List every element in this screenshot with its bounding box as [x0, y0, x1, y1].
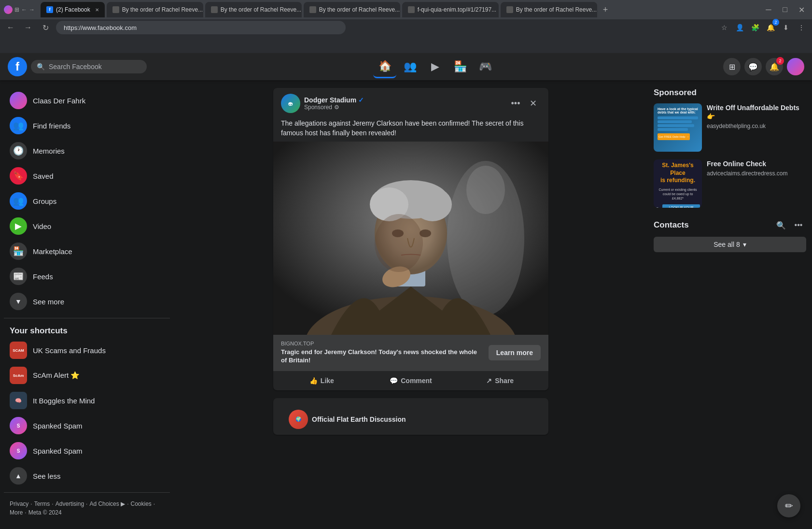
back-button[interactable]: ←	[4, 21, 17, 34]
tab-rachel-1[interactable]: By the order of Rachel Reeve... ✕	[107, 2, 203, 17]
sidebar-item-memories[interactable]: 🕐 Memories	[4, 138, 170, 163]
bookmark-button[interactable]: ☆	[717, 21, 731, 34]
minimize-button[interactable]: ─	[762, 3, 775, 16]
facebook-app: f 🔍 🏠 👥 ▶ 🏪 🎮 ⊞	[0, 53, 812, 529]
nav-center: 🏠 👥 ▶ 🏪 🎮	[147, 55, 723, 78]
sidebar-item-boggles[interactable]: 🧠 It Boggles the Mind	[4, 388, 170, 413]
sidebar-item-saved[interactable]: 🔖 Saved	[4, 163, 170, 188]
post-image-bg	[273, 142, 548, 335]
download-button[interactable]: ⬇	[779, 21, 793, 34]
sidebar-divider-2	[4, 492, 170, 493]
sidebar-item-find-friends[interactable]: 👥 Find friends	[4, 113, 170, 138]
contacts-more-button[interactable]: •••	[791, 217, 806, 233]
sidebar-see-more[interactable]: ▼ See more	[4, 289, 170, 314]
sidebar-item-profile[interactable]: Claas Der Fahrk	[4, 88, 170, 113]
more-browser-button[interactable]: ⋮	[795, 21, 808, 34]
nav-home-button[interactable]: 🏠	[373, 55, 396, 78]
video-icon: ▶	[10, 217, 27, 235]
search-input[interactable]	[49, 63, 136, 71]
footer-privacy[interactable]: Privacy	[10, 500, 28, 507]
tab-rachel-2[interactable]: By the order of Rachel Reeve... ✕	[205, 2, 302, 17]
search-bar[interactable]: 🔍	[31, 60, 147, 73]
sidebar-see-less[interactable]: ▲ See less	[4, 463, 170, 488]
nav-friends-button[interactable]: 👥	[398, 55, 421, 78]
user-avatar[interactable]	[787, 58, 804, 75]
ad-card-check[interactable]: BREAKING NEWS St. James's Placeis refund…	[654, 159, 806, 208]
messenger-button[interactable]: 💬	[744, 58, 762, 75]
post-more-button[interactable]: •••	[508, 96, 523, 111]
sidebar-user-avatar	[10, 92, 27, 109]
sidebar-user-name: Claas Der Fahrk	[33, 97, 85, 105]
see-all-contacts-button[interactable]: See all 8 ▾	[654, 237, 806, 252]
saved-icon: 🔖	[10, 167, 27, 185]
reload-button[interactable]: ↻	[39, 21, 52, 34]
sidebar-item-feeds[interactable]: 📰 Feeds	[4, 264, 170, 289]
home-icon: 🏠	[378, 60, 392, 72]
post-link-preview[interactable]: BIGNOX.TOP Tragic end for Jeremy Clarkso…	[273, 335, 548, 371]
sidebar-scam-alert-label: ScAm Alert ⭐	[33, 371, 80, 380]
footer-advertising[interactable]: Advertising	[56, 500, 84, 507]
sidebar-item-spanked-spam-2[interactable]: S Spanked Spam	[4, 438, 170, 463]
sidebar-saved-label: Saved	[33, 172, 54, 180]
share-icon: ↗	[486, 377, 492, 385]
maximize-button[interactable]: □	[778, 3, 792, 16]
address-bar[interactable]	[56, 21, 346, 34]
ad-card-debt[interactable]: Have a look at the typicaldebts that we …	[654, 103, 806, 152]
see-all-contacts-label: See all 8	[714, 241, 740, 248]
scam-alert-shortcut-icon: ScAm	[10, 367, 27, 384]
footer-cookies[interactable]: Cookies	[130, 500, 151, 507]
ad-title-check: Free Online Check	[707, 159, 806, 168]
ad-image-check: BREAKING NEWS St. James's Placeis refund…	[654, 159, 702, 208]
tab-close-facebook[interactable]: ✕	[95, 7, 99, 13]
profile-button[interactable]: 👤	[733, 21, 746, 34]
like-button[interactable]: 👍 Like	[277, 373, 366, 388]
chevron-down-icon: ▼	[10, 293, 27, 310]
ad-domain-check: adviceclaims.directredress.com	[707, 170, 806, 177]
link-domain: BIGNOX.TOP	[281, 341, 483, 346]
sidebar-item-scam-alert[interactable]: ScAm ScAm Alert ⭐	[4, 363, 170, 388]
close-button[interactable]: ✕	[795, 3, 808, 16]
learn-more-button[interactable]: Learn more	[489, 345, 541, 360]
sidebar-item-spanked-spam-1[interactable]: S Spanked Spam	[4, 413, 170, 438]
nav-gaming-button[interactable]: 🎮	[474, 55, 497, 78]
browser-window-controls: ⊞ ← →	[4, 5, 39, 14]
tab-favicon-rachel-1	[112, 6, 119, 13]
footer-terms[interactable]: Terms	[34, 500, 50, 507]
nav-marketplace-button[interactable]: 🏪	[448, 55, 472, 78]
extension-puzzle-button[interactable]: 🧩	[748, 21, 762, 34]
address-bar-row: ← → ↻ ☆ 👤 🧩 🔔 2 ⬇ ⋮	[0, 19, 812, 36]
post-meta-2: Official Flat Earth Discussion	[312, 415, 533, 423]
facebook-logo[interactable]: f	[8, 57, 27, 76]
post-close-button[interactable]: ✕	[525, 96, 541, 111]
sidebar-item-marketplace[interactable]: 🏪 Marketplace	[4, 239, 170, 264]
share-button[interactable]: ↗ Share	[455, 373, 545, 388]
memories-icon: 🕐	[10, 142, 27, 159]
post-author-name[interactable]: Dodger Stadium ✓	[304, 96, 504, 104]
verified-badge-icon: ✓	[358, 96, 364, 104]
compose-button[interactable]: ✏	[777, 494, 800, 517]
tab-rachel-3[interactable]: By the order of Rachel Reeve... ✕	[304, 2, 400, 17]
apps-button[interactable]: ⊞	[723, 58, 741, 75]
post-author-avatar[interactable]: 🏟	[281, 94, 300, 113]
tab-label-facebook: (2) Facebook	[56, 6, 90, 13]
like-label: Like	[321, 377, 334, 385]
lookup-name-btn[interactable]: LOOKUP YOUR NAME	[662, 204, 700, 208]
footer-ad-choices[interactable]: Ad Choices ▶	[89, 500, 125, 507]
notification-badge: 2	[776, 57, 784, 65]
notifications-button[interactable]: 🔔 2	[766, 58, 783, 75]
breaking-news-main: St. James's Placeis refunding.	[656, 160, 700, 186]
forward-button[interactable]: →	[21, 21, 35, 34]
nav-watch-button[interactable]: ▶	[423, 55, 447, 78]
marketplace-sidebar-icon: 🏪	[10, 243, 27, 260]
comment-button[interactable]: 💬 Comment	[366, 373, 456, 388]
compose-icon: ✏	[785, 500, 793, 512]
tab-fqui[interactable]: f-qui-quia-enim.top/#1/27197... ✕	[402, 2, 499, 17]
sidebar-item-video[interactable]: ▶ Video	[4, 214, 170, 239]
sidebar-item-uk-scams[interactable]: SCAM UK Scams and Frauds	[4, 338, 170, 363]
footer-more[interactable]: More	[10, 509, 23, 516]
tab-rachel-4[interactable]: By the order of Rachel Reeve... ✕	[501, 2, 597, 17]
sidebar-item-groups[interactable]: 👥 Groups	[4, 188, 170, 214]
tab-facebook[interactable]: f (2) Facebook ✕	[41, 2, 105, 17]
new-tab-button[interactable]: +	[599, 5, 612, 15]
contacts-search-button[interactable]: 🔍	[773, 217, 789, 233]
